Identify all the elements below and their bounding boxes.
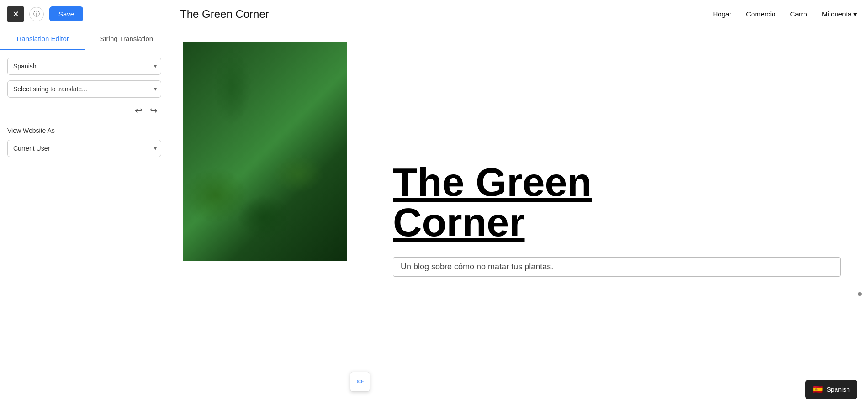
string-select[interactable]: Select string to translate... xyxy=(7,80,161,98)
nav-account[interactable]: Mi cuenta ▾ xyxy=(822,10,857,18)
topbar-left: ✕ ⓘ Save xyxy=(0,0,169,28)
nav-account-arrow-icon: ▾ xyxy=(853,10,857,18)
preview-area: ✏ The Green Corner Un blog sobre cómo no… xyxy=(169,28,868,410)
sidebar: Translation Editor String Translation Sp… xyxy=(0,28,169,410)
pencil-icon: ✏ xyxy=(357,377,364,387)
view-as-select-wrapper: Current User Guest ▾ xyxy=(7,140,161,157)
redo-button[interactable]: ↪ xyxy=(148,103,159,118)
flag-icon: 🇪🇸 xyxy=(813,384,823,394)
language-select-wrapper: Spanish French German Portuguese ▾ xyxy=(7,58,161,75)
site-title: The Green Corner xyxy=(169,8,702,21)
nav-carro[interactable]: Carro xyxy=(790,10,807,18)
undo-redo-row: ↩ ↪ xyxy=(7,103,161,118)
nav-comercio[interactable]: Comercio xyxy=(746,10,775,18)
preview-website: ✏ The Green Corner Un blog sobre cómo no… xyxy=(169,28,868,410)
lang-badge-label: Spanish xyxy=(826,386,850,393)
info-button[interactable]: ⓘ xyxy=(29,7,44,21)
info-icon: ⓘ xyxy=(33,10,40,18)
sidebar-tabs: Translation Editor String Translation xyxy=(0,28,169,50)
view-as-select[interactable]: Current User Guest xyxy=(7,140,161,157)
hero-title-line2: Corner xyxy=(393,200,525,245)
tab-translation-editor[interactable]: Translation Editor xyxy=(0,28,85,50)
sidebar-content: Spanish French German Portuguese ▾ Selec… xyxy=(0,50,169,410)
hero-text-side: The Green Corner Un blog sobre cómo no m… xyxy=(365,28,868,410)
language-badge[interactable]: 🇪🇸 Spanish xyxy=(805,380,857,399)
topbar: ✕ ⓘ Save The Green Corner Hogar Comercio… xyxy=(0,0,868,28)
edit-image-button[interactable]: ✏ xyxy=(350,372,370,392)
hero-title-line1: The Green xyxy=(393,159,592,205)
leaf-overlay xyxy=(183,42,347,261)
save-button[interactable]: Save xyxy=(49,6,83,21)
hero-title: The Green Corner xyxy=(393,162,841,242)
tab-string-translation[interactable]: String Translation xyxy=(85,28,169,50)
nav-hogar[interactable]: Hogar xyxy=(713,10,731,18)
close-button[interactable]: ✕ xyxy=(7,6,24,22)
language-select[interactable]: Spanish French German Portuguese xyxy=(7,58,161,75)
hero-section: ✏ The Green Corner Un blog sobre cómo no… xyxy=(169,28,868,410)
view-website-as-label: View Website As xyxy=(7,127,161,134)
topbar-nav: Hogar Comercio Carro Mi cuenta ▾ xyxy=(702,10,868,18)
close-icon: ✕ xyxy=(12,9,19,19)
undo-button[interactable]: ↩ xyxy=(133,103,144,118)
hero-image-side: ✏ xyxy=(169,28,365,410)
string-select-wrapper: Select string to translate... ▾ xyxy=(7,80,161,98)
hero-image-box xyxy=(183,42,347,261)
main-layout: Translation Editor String Translation Sp… xyxy=(0,28,868,410)
hero-subtitle: Un blog sobre cómo no matar tus plantas. xyxy=(393,257,841,277)
